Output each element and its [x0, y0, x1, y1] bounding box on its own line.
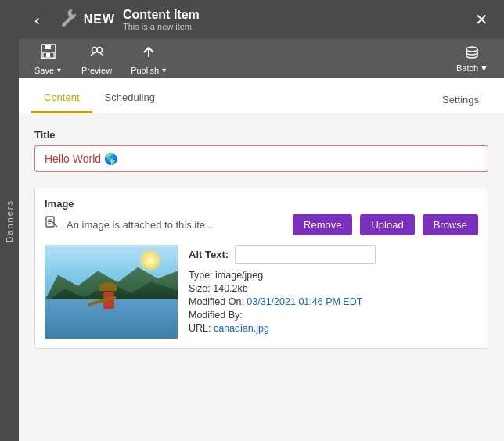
header-title-group: Content Item This is a new item. [123, 8, 461, 31]
modified-on-info: Modified On: 03/31/2021 01:46 PM EDT [189, 296, 478, 307]
preview-button[interactable]: Preview [72, 38, 121, 80]
tab-scheduling[interactable]: Scheduling [92, 84, 167, 113]
alt-text-input[interactable] [235, 245, 376, 264]
preview-icon [88, 43, 106, 64]
alt-text-label: Alt Text: [189, 249, 229, 260]
image-thumbnail [45, 245, 178, 339]
title-section: Title [34, 129, 488, 172]
modified-on-value: 03/31/2021 01:46 PM EDT [247, 296, 362, 307]
publish-label: Publish [131, 66, 159, 75]
svg-rect-1 [45, 45, 51, 49]
close-icon: ✕ [475, 11, 488, 28]
attachment-icon [45, 216, 59, 234]
save-caret: ▼ [56, 66, 63, 74]
remove-button[interactable]: Remove [293, 214, 352, 235]
close-button[interactable]: ✕ [469, 7, 495, 32]
batch-caret: ▼ [480, 63, 488, 73]
modified-on-label: Modified On: [189, 296, 247, 307]
new-badge: NEW [84, 13, 115, 27]
url-info: URL: canadian.jpg [189, 323, 478, 334]
publish-icon [141, 43, 158, 64]
tabs-bar: Content Scheduling Settings [19, 78, 504, 113]
toolbar: Save ▼ Preview [19, 39, 504, 78]
svg-line-6 [91, 53, 94, 56]
title-label: Title [34, 129, 488, 141]
batch-button[interactable]: Batch ▼ [447, 40, 498, 77]
publish-button[interactable]: Publish ▼ [121, 38, 177, 80]
preview-label: Preview [81, 66, 112, 75]
save-icon [40, 43, 57, 64]
url-value: canadian.jpg [214, 323, 269, 334]
save-button[interactable]: Save ▼ [25, 38, 72, 80]
browse-button[interactable]: Browse [423, 214, 478, 235]
svg-rect-3 [46, 53, 50, 57]
side-banner: Banners [0, 0, 19, 441]
size-info: Size: 140.2kb [189, 283, 478, 294]
wrench-icon [54, 6, 76, 33]
header-bar: ‹ NEW Content Item This is a new item. ✕ [19, 0, 504, 39]
image-details-row: Alt Text: Type: image/jpeg Size: 140.2kb… [45, 245, 478, 339]
svg-point-9 [466, 47, 477, 52]
back-icon: ‹ [34, 11, 40, 28]
modified-by-info: Modified By: [189, 310, 478, 321]
publish-caret: ▼ [160, 66, 167, 74]
type-info: Type: image/jpeg [189, 270, 478, 281]
upload-button[interactable]: Upload [360, 214, 414, 235]
title-input[interactable] [34, 145, 488, 172]
image-section: Image An image is attached to this ite..… [34, 188, 488, 349]
tab-settings[interactable]: Settings [430, 86, 491, 113]
svg-line-7 [100, 53, 103, 56]
batch-label: Batch [456, 63, 478, 73]
tab-content[interactable]: Content [31, 84, 92, 113]
image-label: Image [45, 198, 478, 210]
attached-text: An image is attached to this ite... [67, 219, 285, 231]
save-label: Save [34, 66, 54, 75]
header-title: Content Item [123, 8, 461, 22]
modified-by-label: Modified By: [189, 310, 243, 321]
header-subtitle: This is a new item. [123, 22, 461, 31]
url-label: URL: [189, 323, 214, 334]
batch-icon [463, 45, 481, 63]
image-info: Alt Text: Type: image/jpeg Size: 140.2kb… [189, 245, 478, 336]
back-button[interactable]: ‹ [28, 8, 46, 32]
alt-text-row: Alt Text: [189, 245, 478, 264]
main-container: ‹ NEW Content Item This is a new item. ✕ [19, 0, 504, 441]
side-banner-label: Banners [5, 199, 14, 242]
image-attached-bar: An image is attached to this ite... Remo… [45, 214, 478, 235]
content-area: Title Image An image is attached to this… [19, 113, 504, 441]
